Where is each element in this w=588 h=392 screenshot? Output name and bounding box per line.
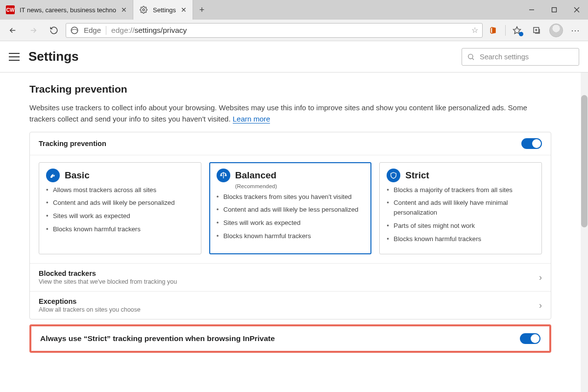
gear-icon — [139, 5, 148, 14]
addressbar-app-label: Edge — [84, 26, 101, 34]
svg-point-0 — [143, 9, 145, 11]
row-blocked-title: Blocked trackers — [39, 270, 539, 277]
chevron-right-icon: › — [539, 272, 542, 283]
row-blocked-desc: View the sites that we've blocked from t… — [39, 278, 539, 285]
scrollbar-thumb[interactable] — [581, 95, 588, 227]
chevron-right-icon: › — [539, 300, 542, 311]
option-basic-bullets: Allows most trackers across all sites Co… — [46, 185, 194, 234]
search-settings-input[interactable] — [480, 53, 574, 61]
option-basic-title: Basic — [65, 170, 90, 181]
tab-other-label: IT news, careers, business techno — [20, 6, 116, 14]
basic-icon — [46, 169, 60, 182]
tab-settings-label: Settings — [153, 6, 176, 14]
close-icon[interactable]: ✕ — [121, 6, 127, 14]
option-balanced-bullets: Blocks trackers from sites you haven't v… — [217, 192, 365, 241]
collections-icon[interactable] — [528, 22, 545, 39]
option-strict[interactable]: Strict Blocks a majority of trackers fro… — [379, 162, 542, 255]
svg-line-9 — [472, 58, 474, 60]
hamburger-icon[interactable] — [9, 53, 20, 61]
option-strict-bullets: Blocks a majority of trackers from all s… — [387, 185, 535, 244]
notification-dot-icon — [519, 32, 523, 36]
option-balanced[interactable]: Balanced (Recommended) Blocks trackers f… — [209, 162, 372, 255]
office-icon[interactable] — [486, 22, 502, 39]
tracking-prevention-toggle[interactable] — [521, 138, 542, 149]
option-strict-title: Strict — [405, 170, 429, 181]
option-balanced-title: Balanced — [235, 170, 276, 181]
search-icon — [467, 53, 475, 61]
strict-icon — [387, 169, 400, 182]
search-settings-field[interactable] — [462, 48, 579, 66]
card-title: Tracking prevention — [39, 140, 521, 147]
close-icon[interactable]: ✕ — [181, 6, 187, 14]
option-balanced-subtitle: (Recommended) — [235, 183, 365, 189]
row-inprivate-label: Always use “Strict” tracking prevention … — [40, 334, 520, 343]
tab-other[interactable]: CW IT news, careers, business techno ✕ — [0, 0, 133, 20]
refresh-button[interactable] — [45, 22, 63, 39]
inprivate-strict-toggle[interactable] — [520, 333, 540, 344]
back-button[interactable] — [4, 22, 22, 39]
address-bar[interactable]: Edge edge://settings/privacy ☆ — [66, 23, 483, 38]
learn-more-link[interactable]: Learn more — [233, 115, 270, 123]
tab-settings[interactable]: Settings ✕ — [133, 0, 193, 20]
minimize-button[interactable] — [520, 0, 543, 20]
menu-button[interactable]: ⋯ — [567, 22, 584, 39]
settings-header: Settings — [0, 41, 588, 73]
tracking-prevention-card: Tracking prevention Basic Allows mo — [29, 132, 551, 320]
favorites-icon[interactable] — [509, 22, 525, 39]
svg-point-5 — [71, 27, 78, 34]
row-exceptions-desc: Allow all trackers on sites you choose — [39, 306, 539, 313]
row-exceptions[interactable]: Exceptions Allow all trackers on sites y… — [30, 291, 551, 319]
row-inprivate-strict[interactable]: Always use “Strict” tracking prevention … — [29, 324, 551, 353]
row-exceptions-title: Exceptions — [39, 297, 539, 305]
svg-point-8 — [468, 54, 473, 58]
page-title: Settings — [28, 49, 453, 64]
section-title: Tracking prevention — [29, 83, 551, 95]
window-titlebar: CW IT news, careers, business techno ✕ S… — [0, 0, 588, 20]
option-basic[interactable]: Basic Allows most trackers across all si… — [39, 162, 201, 255]
close-window-button[interactable] — [565, 0, 588, 20]
scrollbar-track[interactable] — [581, 73, 588, 392]
separator — [106, 26, 106, 35]
forward-button[interactable] — [24, 22, 42, 39]
separator — [505, 25, 506, 36]
new-tab-button[interactable]: + — [193, 0, 211, 20]
edge-logo-icon — [70, 26, 79, 35]
row-blocked-trackers[interactable]: Blocked trackers View the sites that we'… — [30, 263, 551, 291]
url-text[interactable]: edge://settings/privacy — [111, 26, 466, 35]
maximize-button[interactable] — [543, 0, 565, 20]
browser-toolbar: Edge edge://settings/privacy ☆ ⋯ — [0, 20, 588, 41]
section-description: Websites use trackers to collect info ab… — [29, 102, 551, 125]
balanced-icon — [217, 169, 230, 182]
svg-rect-2 — [552, 8, 557, 12]
favorite-star-icon[interactable]: ☆ — [471, 25, 478, 35]
favicon-cw: CW — [6, 5, 15, 14]
profile-avatar[interactable] — [548, 22, 564, 39]
